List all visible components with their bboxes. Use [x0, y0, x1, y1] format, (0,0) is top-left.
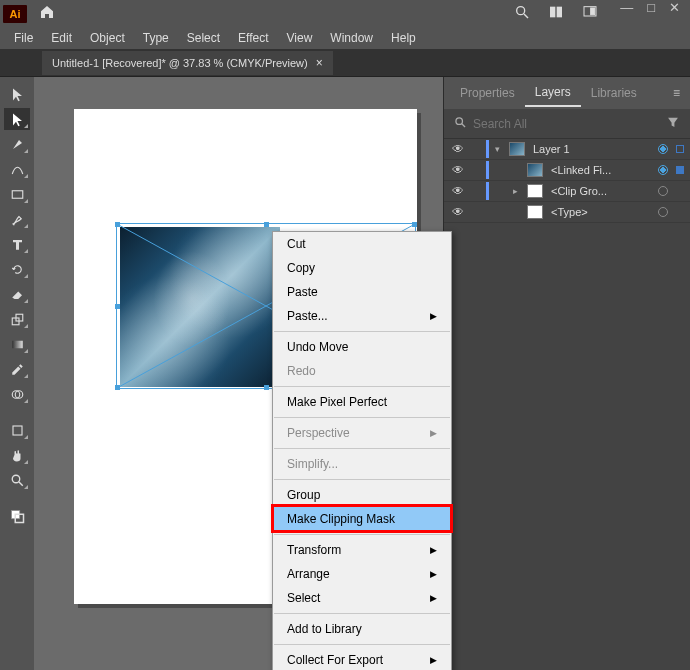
- visibility-toggle-icon[interactable]: 👁: [450, 205, 466, 219]
- svg-rect-3: [557, 7, 562, 18]
- layer-thumbnail: [527, 205, 543, 219]
- context-menu-item[interactable]: Cut: [273, 232, 451, 256]
- tool-eraser[interactable]: [4, 283, 30, 305]
- svg-rect-12: [13, 426, 22, 435]
- context-menu-item[interactable]: Undo Move: [273, 335, 451, 359]
- svg-line-14: [19, 482, 23, 486]
- menu-window[interactable]: Window: [322, 29, 381, 47]
- svg-line-20: [462, 123, 465, 126]
- selection-indicator: [676, 166, 684, 174]
- context-menu-item[interactable]: Paste: [273, 280, 451, 304]
- submenu-arrow-icon: ▶: [430, 542, 437, 558]
- menu-edit[interactable]: Edit: [43, 29, 80, 47]
- context-menu-item[interactable]: Arrange▶: [273, 562, 451, 586]
- document-tab[interactable]: Untitled-1 [Recovered]* @ 37.83 % (CMYK/…: [42, 51, 333, 75]
- tool-panel: [0, 77, 34, 670]
- tool-eyedropper[interactable]: [4, 358, 30, 380]
- menu-view[interactable]: View: [279, 29, 321, 47]
- tool-gradient[interactable]: [4, 333, 30, 355]
- layer-name: <Type>: [547, 206, 654, 218]
- layer-row[interactable]: 👁 ▸ <Clip Gro...: [444, 181, 690, 202]
- layer-name: Layer 1: [529, 143, 654, 155]
- home-icon[interactable]: [39, 4, 55, 23]
- tool-rectangle[interactable]: [4, 183, 30, 205]
- tool-rotate[interactable]: [4, 258, 30, 280]
- context-menu-item[interactable]: Paste...▶: [273, 304, 451, 328]
- menu-select[interactable]: Select: [179, 29, 228, 47]
- layer-row[interactable]: 👁 <Type>: [444, 202, 690, 223]
- panel-menu-icon[interactable]: ≡: [669, 82, 684, 104]
- tool-curvature[interactable]: [4, 158, 30, 180]
- disclosure-icon[interactable]: ▸: [513, 186, 523, 196]
- context-menu-item[interactable]: Group: [273, 483, 451, 507]
- context-menu-item: Simplify...: [273, 452, 451, 476]
- visibility-toggle-icon[interactable]: 👁: [450, 142, 466, 156]
- panel-tab-libraries[interactable]: Libraries: [581, 80, 647, 106]
- layer-thumbnail: [527, 163, 543, 177]
- tool-zoom[interactable]: [4, 469, 30, 491]
- menu-item-label: Copy: [287, 260, 315, 276]
- visibility-toggle-icon[interactable]: 👁: [450, 184, 466, 198]
- menu-item-label: Redo: [287, 363, 316, 379]
- tool-fill-stroke[interactable]: [4, 505, 30, 527]
- target-icon[interactable]: [658, 144, 668, 154]
- context-menu-item[interactable]: Make Clipping Mask: [273, 507, 451, 531]
- filter-icon[interactable]: [666, 115, 680, 132]
- context-menu-item[interactable]: Add to Library: [273, 617, 451, 641]
- tool-type[interactable]: [4, 233, 30, 255]
- maximize-icon[interactable]: □: [647, 0, 655, 15]
- svg-rect-6: [12, 190, 23, 198]
- tool-shape-builder[interactable]: [4, 383, 30, 405]
- close-tab-icon[interactable]: ×: [316, 56, 323, 70]
- tool-artboard[interactable]: [4, 419, 30, 441]
- menu-object[interactable]: Object: [82, 29, 133, 47]
- svg-point-13: [12, 475, 20, 483]
- menu-type[interactable]: Type: [135, 29, 177, 47]
- app-badge: Ai: [3, 5, 27, 23]
- tool-pen[interactable]: [4, 133, 30, 155]
- menu-effect[interactable]: Effect: [230, 29, 276, 47]
- close-icon[interactable]: ✕: [669, 0, 680, 15]
- submenu-arrow-icon: ▶: [430, 652, 437, 668]
- menu-item-label: Make Pixel Perfect: [287, 394, 387, 410]
- tool-brush[interactable]: [4, 208, 30, 230]
- window-titlebar: Ai — □ ✕: [0, 0, 690, 27]
- tool-divider: [4, 408, 30, 416]
- panel-tab-layers[interactable]: Layers: [525, 79, 581, 107]
- minimize-icon[interactable]: —: [620, 0, 633, 15]
- search-icon[interactable]: [514, 4, 536, 23]
- context-menu-item[interactable]: Collect For Export▶: [273, 648, 451, 670]
- tool-direct-selection[interactable]: [4, 108, 30, 130]
- menu-file[interactable]: File: [6, 29, 41, 47]
- tool-hand[interactable]: [4, 444, 30, 466]
- search-icon: [454, 116, 467, 132]
- placed-image[interactable]: [120, 227, 280, 387]
- context-menu-item[interactable]: Make Pixel Perfect: [273, 390, 451, 414]
- main-menu-bar: File Edit Object Type Select Effect View…: [0, 27, 690, 49]
- target-icon[interactable]: [658, 186, 668, 196]
- menu-item-label: Select: [287, 590, 320, 606]
- layer-row[interactable]: 👁 ▾ Layer 1: [444, 139, 690, 160]
- menu-help[interactable]: Help: [383, 29, 424, 47]
- context-menu-item[interactable]: Copy: [273, 256, 451, 280]
- visibility-toggle-icon[interactable]: 👁: [450, 163, 466, 177]
- layer-thumbnail: [509, 142, 525, 156]
- layer-row[interactable]: 👁 <Linked Fi...: [444, 160, 690, 181]
- context-menu-item[interactable]: Transform▶: [273, 538, 451, 562]
- workspace-switcher-icon[interactable]: [582, 4, 604, 23]
- menu-item-label: Add to Library: [287, 621, 362, 637]
- panel-tab-properties[interactable]: Properties: [450, 80, 525, 106]
- tool-scale[interactable]: [4, 308, 30, 330]
- context-menu: CutCopyPastePaste...▶Undo MoveRedoMake P…: [272, 231, 452, 670]
- arrange-documents-icon[interactable]: [548, 4, 570, 23]
- menu-item-label: Simplify...: [287, 456, 338, 472]
- context-menu-item[interactable]: Select▶: [273, 586, 451, 610]
- selection-indicator: [676, 145, 684, 153]
- target-icon[interactable]: [658, 165, 668, 175]
- target-icon[interactable]: [658, 207, 668, 217]
- document-tab-title: Untitled-1 [Recovered]* @ 37.83 % (CMYK/…: [52, 57, 308, 69]
- svg-point-19: [456, 117, 463, 124]
- disclosure-icon[interactable]: ▾: [495, 144, 505, 154]
- layer-search-input[interactable]: [473, 117, 660, 131]
- tool-selection[interactable]: [4, 83, 30, 105]
